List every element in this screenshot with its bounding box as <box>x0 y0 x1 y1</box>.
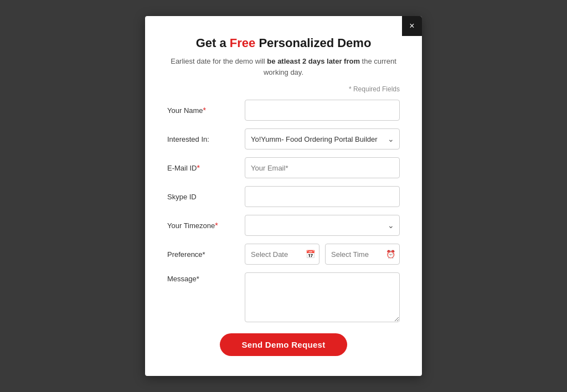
interested-row: Interested In: Yo!Yumm- Food Ordering Po… <box>167 128 400 149</box>
email-input[interactable] <box>245 157 400 178</box>
message-textarea[interactable] <box>245 272 400 322</box>
interested-select-wrapper: Yo!Yumm- Food Ordering Portal Builder Ot… <box>245 128 400 149</box>
submit-button[interactable]: Send Demo Request <box>220 333 348 356</box>
name-label: Your Name* <box>167 106 245 115</box>
submit-row: Send Demo Request <box>167 333 400 356</box>
interested-select[interactable]: Yo!Yumm- Food Ordering Portal Builder Ot… <box>245 128 400 149</box>
timezone-select[interactable] <box>245 215 400 236</box>
preference-inputs: 📅 ⏰ <box>245 244 400 265</box>
name-input[interactable] <box>245 100 400 121</box>
modal-subtitle: Earliest date for the demo will be atlea… <box>167 56 400 78</box>
select-date-input[interactable] <box>245 244 319 265</box>
message-row: Message* <box>167 272 400 322</box>
time-picker-wrapper: ⏰ <box>325 244 400 265</box>
interested-label: Interested In: <box>167 135 245 143</box>
required-note: * Required Fields <box>167 85 400 93</box>
date-picker-wrapper: 📅 <box>245 244 319 265</box>
demo-modal: × Get a Free Personalized Demo Earliest … <box>145 16 422 376</box>
email-row: E-Mail ID* <box>167 157 400 178</box>
name-row: Your Name* <box>167 100 400 121</box>
message-label: Message* <box>167 272 245 283</box>
skype-row: Skype ID <box>167 186 400 207</box>
email-label: E-Mail ID* <box>167 163 245 172</box>
timezone-select-wrapper: ⌄ <box>245 215 400 236</box>
preference-label: Preference* <box>167 250 245 259</box>
preference-row: Preference* 📅 ⏰ <box>167 244 400 265</box>
skype-label: Skype ID <box>167 193 245 201</box>
select-time-input[interactable] <box>325 244 400 265</box>
timezone-row: Your Timezone* ⌄ <box>167 215 400 236</box>
timezone-label: Your Timezone* <box>167 221 245 230</box>
skype-input[interactable] <box>245 186 400 207</box>
close-button[interactable]: × <box>402 16 422 36</box>
modal-title: Get a Free Personalized Demo <box>167 36 400 50</box>
